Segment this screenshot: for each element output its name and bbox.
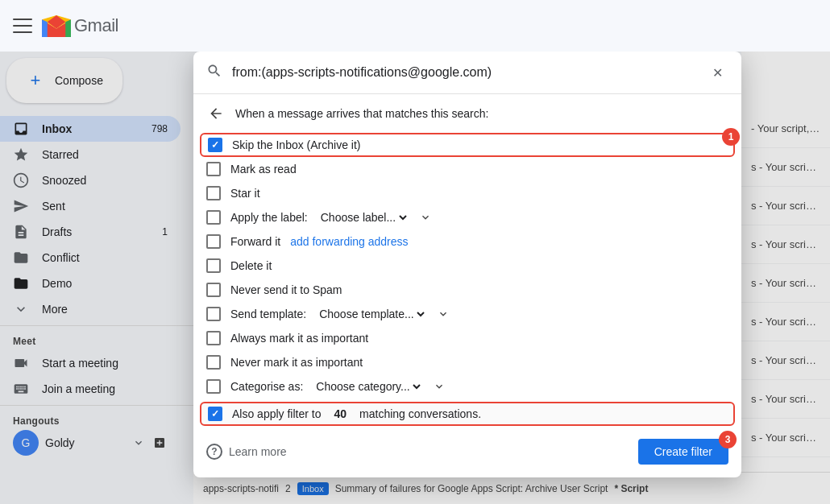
gmail-m-icon — [42, 15, 71, 37]
filter-row-apply-label: Apply the label: Choose label... — [206, 205, 728, 229]
gmail-label: Gmail — [74, 15, 118, 36]
search-bar: ✕ — [193, 52, 741, 94]
filter-row-never-important: Never mark it as important — [206, 350, 728, 374]
gmail-logo: Gmail — [42, 15, 118, 37]
template-checkbox[interactable] — [206, 307, 221, 321]
also-apply-count: 40 — [334, 407, 347, 420]
filter-row-star: Star it — [206, 181, 728, 205]
create-filter-button[interactable]: Create filter — [638, 439, 728, 465]
filter-options: Skip the Inbox (Archive it) 1 Mark as re… — [193, 133, 741, 426]
label-select[interactable]: Choose label... — [317, 210, 409, 225]
filter-row-always-important: Always mark it as important — [206, 326, 728, 350]
menu-icon[interactable] — [13, 16, 32, 35]
never-important-label: Never mark it as important — [230, 356, 363, 369]
add-forwarding-address-link[interactable]: add forwarding address — [290, 235, 408, 248]
skip-inbox-checkbox[interactable] — [208, 138, 222, 152]
never-important-checkbox[interactable] — [206, 355, 221, 370]
filter-row-categorise: Categorise as: Choose category... — [206, 374, 728, 399]
also-apply-prefix: Also apply filter to — [232, 407, 322, 420]
filter-footer: ? Learn more Create filter 3 — [193, 429, 741, 477]
learn-more-text: Learn more — [229, 445, 287, 458]
always-important-label: Always mark it as important — [230, 332, 368, 345]
forward-checkbox[interactable] — [206, 234, 221, 249]
filter-row-delete: Delete it — [206, 254, 728, 278]
main-layout: + Compose Inbox 798 Starred Snoozed — [0, 52, 830, 504]
never-spam-label: Never send it to Spam — [230, 283, 342, 296]
search-icon — [206, 63, 222, 83]
close-dialog-button[interactable]: ✕ — [706, 61, 728, 84]
filter-row-never-spam: Never send it to Spam — [206, 278, 728, 302]
filter-dialog: ✕ When a message arrives that matches th… — [193, 52, 741, 477]
top-bar: Gmail — [0, 0, 830, 52]
filter-row-template: Send template: Choose template... — [206, 302, 728, 326]
filter-row-mark-read: Mark as read — [206, 157, 728, 181]
filter-header-text: When a message arrives that matches this… — [235, 107, 488, 120]
forward-label: Forward it — [230, 235, 280, 248]
template-select[interactable]: Choose template... — [316, 307, 427, 321]
label-dropdown-icon — [419, 211, 432, 224]
categorise-label: Categorise as: — [230, 380, 303, 393]
step-1-badge: 1 — [722, 128, 740, 146]
always-important-checkbox[interactable] — [206, 331, 221, 345]
also-apply-suffix: matching conversations. — [359, 407, 481, 420]
never-spam-checkbox[interactable] — [206, 283, 221, 297]
step-3-badge: 3 — [719, 431, 737, 448]
star-checkbox[interactable] — [206, 186, 221, 200]
star-label: Star it — [230, 187, 260, 200]
template-label: Send template: — [230, 308, 306, 320]
back-button[interactable] — [206, 104, 226, 123]
template-dropdown-icon — [437, 308, 450, 320]
also-apply-checkbox[interactable] — [208, 407, 222, 421]
filter-row-skip-inbox: Skip the Inbox (Archive it) 1 — [200, 133, 735, 157]
categorise-checkbox[interactable] — [206, 379, 221, 394]
delete-checkbox[interactable] — [206, 258, 221, 273]
apply-label-text: Apply the label: — [230, 211, 308, 224]
create-filter-wrapper: Create filter 3 — [638, 439, 728, 465]
learn-more-link[interactable]: ? Learn more — [206, 444, 287, 460]
skip-inbox-label: Skip the Inbox (Archive it) — [232, 138, 361, 151]
category-dropdown-icon — [433, 380, 446, 393]
mark-read-checkbox[interactable] — [206, 162, 221, 176]
filter-row-forward: Forward it add forwarding address — [206, 229, 728, 254]
help-icon: ? — [206, 444, 222, 460]
filter-row-also-apply: Also apply filter to 40 matching convers… — [200, 402, 735, 426]
delete-label: Delete it — [230, 259, 272, 272]
apply-label-checkbox[interactable] — [206, 210, 221, 225]
filter-header: When a message arrives that matches this… — [193, 94, 741, 133]
search-input[interactable] — [232, 65, 696, 80]
category-select[interactable]: Choose category... — [313, 379, 423, 394]
mark-read-label: Mark as read — [230, 163, 297, 176]
